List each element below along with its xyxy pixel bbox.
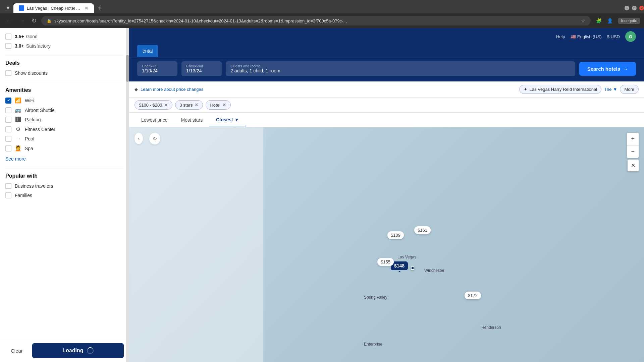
show-discounts-item[interactable]: Show discounts bbox=[5, 70, 123, 76]
user-avatar[interactable]: G bbox=[625, 31, 636, 42]
amenity-shuttle-checkbox[interactable] bbox=[5, 107, 11, 113]
currency-button[interactable]: $ USD bbox=[607, 34, 620, 39]
amenity-pool-checkbox[interactable] bbox=[5, 136, 11, 142]
popular-section: Popular with Business travelers Families bbox=[5, 173, 123, 198]
map-close-button[interactable]: ✕ bbox=[628, 160, 639, 171]
close-button[interactable]: ✕ bbox=[639, 6, 644, 10]
map-label-enterprise: Enterprise bbox=[364, 342, 382, 347]
deals-section: Deals Show discounts bbox=[5, 60, 123, 76]
loading-button[interactable]: Loading bbox=[32, 343, 124, 358]
see-more-link[interactable]: See more bbox=[5, 156, 26, 162]
clear-button[interactable]: Clear bbox=[5, 345, 28, 357]
guests-field[interactable]: Guests and rooms 2 adults, 1 child, 1 ro… bbox=[226, 61, 575, 76]
map-label-henderson: Henderson bbox=[481, 325, 501, 330]
more-chip[interactable]: More bbox=[620, 85, 639, 94]
back-button[interactable]: ← bbox=[4, 16, 14, 26]
address-bar: ← → ↻ 🔒 skyscanner.com/hotels/search?ent… bbox=[0, 13, 644, 28]
rating-3-0-checkbox[interactable] bbox=[5, 43, 11, 49]
amenity-spa-checkbox[interactable] bbox=[5, 145, 11, 152]
stars-chip[interactable]: 3 stars ✕ bbox=[175, 100, 203, 110]
price-chip-remove[interactable]: ✕ bbox=[164, 102, 168, 108]
rating-3-5-checkbox[interactable] bbox=[5, 34, 11, 40]
amenity-fitness-item[interactable]: ⚙ Fitness Center bbox=[5, 126, 123, 132]
divider-1 bbox=[5, 56, 123, 56]
forward-button[interactable]: → bbox=[17, 16, 27, 26]
site-header: Help 🇺🇸 English (US) $ USD G bbox=[129, 28, 644, 45]
price-pin-161[interactable]: $161 bbox=[414, 226, 431, 234]
filter-scrollbar-thumb[interactable] bbox=[126, 55, 129, 82]
extensions-icon[interactable]: 🧩 bbox=[596, 18, 602, 23]
popular-families-item[interactable]: Families bbox=[5, 192, 123, 198]
map-dot-marker bbox=[411, 266, 414, 270]
bookmark-icon[interactable]: ☆ bbox=[581, 18, 585, 23]
browser-chrome: ▼ Las Vegas | Cheap Hotel Accom... ✕ + ─… bbox=[0, 0, 644, 28]
rating-3-5-label: 3.5+ Good bbox=[15, 34, 38, 39]
show-discounts-checkbox[interactable] bbox=[5, 70, 11, 76]
active-tab[interactable]: Las Vegas | Cheap Hotel Accom... ✕ bbox=[13, 3, 94, 13]
type-chip-remove[interactable]: ✕ bbox=[222, 102, 226, 108]
sort-lowest-price[interactable]: Lowest price bbox=[135, 114, 174, 126]
language-button[interactable]: 🇺🇸 English (US) bbox=[571, 34, 602, 39]
sort-most-stars[interactable]: Most stars bbox=[174, 114, 210, 126]
tab-title: Las Vegas | Cheap Hotel Accom... bbox=[27, 6, 80, 11]
price-pin-109[interactable]: $109 bbox=[387, 231, 404, 239]
spa-icon: 💆 bbox=[15, 145, 21, 152]
price-pin-172[interactable]: $172 bbox=[465, 292, 481, 299]
rating-3-0-item[interactable]: 3.0+ Satisfactory bbox=[5, 43, 123, 49]
amenity-spa-item[interactable]: 💆 Spa bbox=[5, 145, 123, 152]
reload-button[interactable]: ↻ bbox=[30, 16, 39, 26]
map-background: Las Vegas Spring Valley Henderson Enterp… bbox=[129, 127, 644, 362]
amenity-parking-label: Parking bbox=[25, 117, 41, 122]
map-area: Las Vegas Spring Valley Henderson Enterp… bbox=[129, 127, 644, 362]
url-actions: ☆ bbox=[581, 18, 585, 23]
url-bar[interactable]: 🔒 skyscanner.com/hotels/search?entity_id… bbox=[41, 16, 591, 25]
price-chip[interactable]: $100 - $200 ✕ bbox=[135, 100, 172, 110]
chevron-down-icon: ▼ bbox=[613, 87, 618, 92]
map-refresh-button[interactable]: ↻ bbox=[149, 133, 160, 144]
amenity-pool-item[interactable]: → Pool bbox=[5, 136, 123, 142]
price-pin-155[interactable]: $155 bbox=[377, 258, 394, 266]
nav-tabs: ental bbox=[129, 45, 644, 57]
amenity-parking-checkbox[interactable] bbox=[5, 117, 11, 123]
search-hotels-button[interactable]: Search hotels → bbox=[579, 62, 636, 76]
nav-tab-rental[interactable]: ental bbox=[137, 45, 158, 57]
tab-left-button[interactable]: ▼ bbox=[3, 5, 13, 11]
map-label-springvalley: Spring Valley bbox=[364, 295, 387, 300]
checkout-field[interactable]: Check-out 1/13/24 bbox=[181, 61, 222, 76]
rating-3-5-item[interactable]: 3.5+ Good bbox=[5, 34, 123, 40]
rating-3-0-label: 3.0+ Satisfactory bbox=[15, 43, 51, 49]
type-chip[interactable]: Hotel ✕ bbox=[206, 100, 230, 110]
profile-icon[interactable]: 👤 bbox=[607, 18, 613, 23]
map-back-button[interactable]: ‹ bbox=[135, 133, 143, 144]
amenity-parking-item[interactable]: 🅿 Parking bbox=[5, 117, 123, 123]
zoom-in-button[interactable]: + bbox=[627, 133, 639, 145]
flag-icon: 🇺🇸 bbox=[571, 34, 576, 39]
popular-business-item[interactable]: Business travelers bbox=[5, 183, 123, 189]
airport-chip-icon: ✈ bbox=[524, 87, 527, 92]
sort-closest[interactable]: Closest ▼ bbox=[209, 114, 246, 126]
amenity-wifi-checkbox[interactable] bbox=[5, 98, 11, 104]
amenity-shuttle-item[interactable]: 🚌 Airport Shuttle bbox=[5, 107, 123, 113]
tab-close-button[interactable]: ✕ bbox=[85, 5, 89, 11]
learn-more-link[interactable]: Learn more about price changes bbox=[141, 87, 203, 92]
amenity-fitness-checkbox[interactable] bbox=[5, 126, 11, 132]
checkin-field[interactable]: Check-in 1/10/24 bbox=[137, 61, 177, 76]
zoom-out-button[interactable]: − bbox=[627, 145, 639, 158]
more-filters-button[interactable]: The ▼ bbox=[604, 87, 617, 92]
stars-chip-remove[interactable]: ✕ bbox=[195, 102, 199, 108]
divider-2 bbox=[5, 83, 123, 83]
minimize-button[interactable]: ─ bbox=[625, 6, 629, 10]
fitness-icon: ⚙ bbox=[15, 126, 21, 132]
restore-button[interactable]: □ bbox=[632, 6, 637, 10]
new-tab-button[interactable]: + bbox=[94, 4, 106, 12]
price-match-bar: ◆ Learn more about price changes bbox=[135, 85, 203, 94]
help-button[interactable]: Help bbox=[556, 34, 565, 39]
filter-scrollbar[interactable] bbox=[126, 28, 129, 362]
airport-chip[interactable]: ✈ Las Vegas Harry Reid International bbox=[519, 85, 601, 94]
pool-icon: → bbox=[15, 136, 21, 142]
popular-business-checkbox[interactable] bbox=[5, 183, 11, 189]
popular-families-checkbox[interactable] bbox=[5, 192, 11, 198]
amenity-wifi-item[interactable]: 📶 WiFi bbox=[5, 97, 123, 104]
bottom-actions: Clear Loading bbox=[0, 339, 129, 362]
loading-spinner bbox=[87, 347, 94, 354]
